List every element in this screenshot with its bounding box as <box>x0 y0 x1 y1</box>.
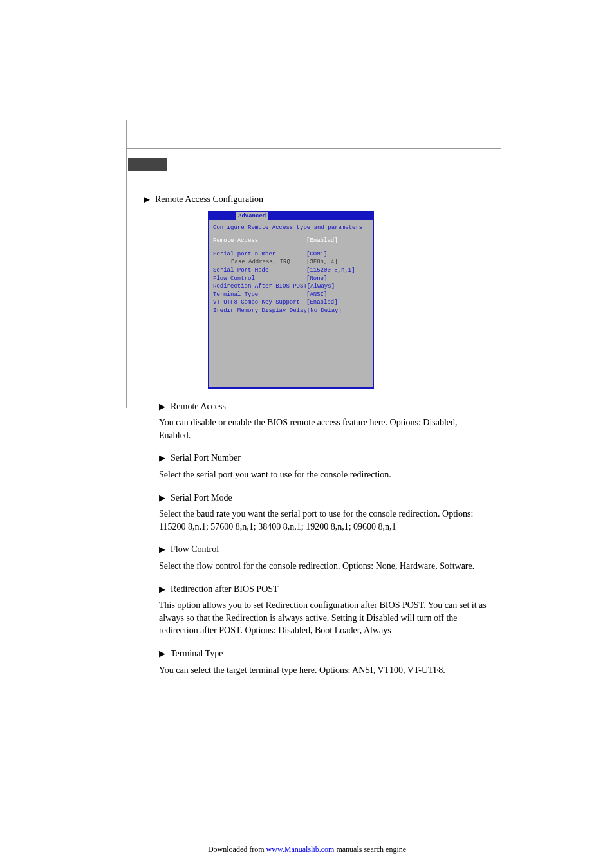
bios-row-value: [ANSI] <box>306 291 327 299</box>
page-footer: Downloaded from www.Manualslib.com manua… <box>0 844 614 855</box>
section-title: Terminal Type <box>171 647 223 660</box>
arrow-icon: ▶ <box>159 401 165 412</box>
bios-row-value: [COM1] <box>306 250 327 259</box>
section: ▶Remote AccessYou can disable or enable … <box>159 400 491 442</box>
arrow-icon: ▶ <box>159 492 165 504</box>
page: ▶ Remote Access Configuration Advanced C… <box>0 0 614 868</box>
section-title: Redirection after BIOS POST <box>171 583 279 596</box>
section-title: Remote Access <box>171 400 226 413</box>
bios-row: Terminal Type[ANSI] <box>213 291 369 299</box>
arrow-icon: ▶ <box>159 452 165 464</box>
section: ▶Terminal TypeYou can select the target … <box>159 647 491 676</box>
bios-tabstrip: Advanced <box>209 212 373 220</box>
bios-body: Configure Remote Access type and paramet… <box>209 220 373 387</box>
section-heading: ▶Serial Port Number <box>159 452 491 465</box>
heading-text: Remote Access Configuration <box>155 193 263 206</box>
section-title: Serial Port Mode <box>171 492 232 504</box>
bios-row: Serial port number[COM1] <box>213 250 369 259</box>
section-body: Select the serial port you want to use f… <box>159 468 491 481</box>
bios-heading: Configure Remote Access type and paramet… <box>213 224 369 232</box>
bios-row-value: [No Delay] <box>307 307 342 315</box>
section-body: Select the flow control for the console … <box>159 560 491 573</box>
bios-row-label: Serial Port Mode <box>213 266 306 275</box>
section-body: This option allows you to set Redirectio… <box>159 599 491 637</box>
bios-rows: Remote Access[Enabled]Serial port number… <box>213 237 369 315</box>
section: ▶Redirection after BIOS POSTThis option … <box>159 583 491 637</box>
bios-row: Remote Access[Enabled] <box>213 237 369 245</box>
bios-row: Sredir Memory Display Delay[No Delay] <box>213 307 369 315</box>
bios-row-label: VT-UTF8 Combo Key Support <box>213 299 306 307</box>
bios-row-value: [3F8h, 4] <box>306 258 338 266</box>
bios-row-value: [Always] <box>307 282 335 291</box>
bios-row-label: Terminal Type <box>213 291 306 299</box>
bios-screenshot: Advanced Configure Remote Access type an… <box>208 211 374 389</box>
section-body: Select the baud rate you want the serial… <box>159 508 491 533</box>
bios-row-value: [None] <box>306 275 327 283</box>
content: ▶ Remote Access Configuration Advanced C… <box>144 193 491 687</box>
section-heading-remote-access-configuration: ▶ Remote Access Configuration <box>144 193 491 206</box>
footer-text: Downloaded from <box>208 845 266 854</box>
bios-window: Advanced Configure Remote Access type an… <box>208 211 374 389</box>
footer-trail: manuals search engine <box>334 845 406 854</box>
section-heading: ▶Flow Control <box>159 543 491 556</box>
dark-block <box>128 158 167 171</box>
section-body: You can select the target terminal type … <box>159 664 491 677</box>
bios-row-label: Redirection After BIOS POST <box>213 282 307 291</box>
bios-row: VT-UTF8 Combo Key Support[Enabled] <box>213 299 369 307</box>
section-heading: ▶Remote Access <box>159 400 491 413</box>
section-heading: ▶Terminal Type <box>159 647 491 660</box>
body-sections: ▶Remote AccessYou can disable or enable … <box>144 400 491 677</box>
bios-row-label: Serial port number <box>213 250 306 259</box>
arrow-icon: ▶ <box>144 194 150 205</box>
arrow-icon: ▶ <box>159 584 165 595</box>
section: ▶Serial Port ModeSelect the baud rate yo… <box>159 492 491 533</box>
bios-row: Serial Port Mode[115200 8,n,1] <box>213 266 369 275</box>
bios-row-label: Flow Control <box>213 275 306 283</box>
vertical-rule <box>126 120 127 408</box>
bios-row-value: [115200 8,n,1] <box>306 266 355 275</box>
section: ▶Flow ControlSelect the flow control for… <box>159 543 491 572</box>
bios-row-value: [Enabled] <box>306 299 338 307</box>
bios-row-label: Remote Access <box>213 237 306 245</box>
section-heading: ▶Redirection after BIOS POST <box>159 583 491 596</box>
section-body: You can disable or enable the BIOS remot… <box>159 416 491 441</box>
section: ▶Serial Port NumberSelect the serial por… <box>159 452 491 481</box>
arrow-icon: ▶ <box>159 544 165 555</box>
bios-tab-advanced: Advanced <box>236 212 268 220</box>
section-title: Flow Control <box>171 543 219 556</box>
arrow-icon: ▶ <box>159 648 165 660</box>
footer-link[interactable]: www.Manualslib.com <box>266 845 335 854</box>
bios-row: Redirection After BIOS POST[Always] <box>213 282 369 291</box>
bios-spacer <box>213 245 369 250</box>
bios-separator <box>213 234 369 234</box>
bios-row: Base Address, IRQ[3F8h, 4] <box>213 258 369 266</box>
bios-row-label: Base Address, IRQ <box>231 258 306 266</box>
bios-row: Flow Control[None] <box>213 275 369 283</box>
section-heading: ▶Serial Port Mode <box>159 492 491 504</box>
section-title: Serial Port Number <box>171 452 241 465</box>
bios-row-value: [Enabled] <box>306 237 338 245</box>
bios-row-label: Sredir Memory Display Delay <box>213 307 307 315</box>
horizontal-rule <box>126 148 501 149</box>
top-hr-wrap <box>126 148 501 149</box>
